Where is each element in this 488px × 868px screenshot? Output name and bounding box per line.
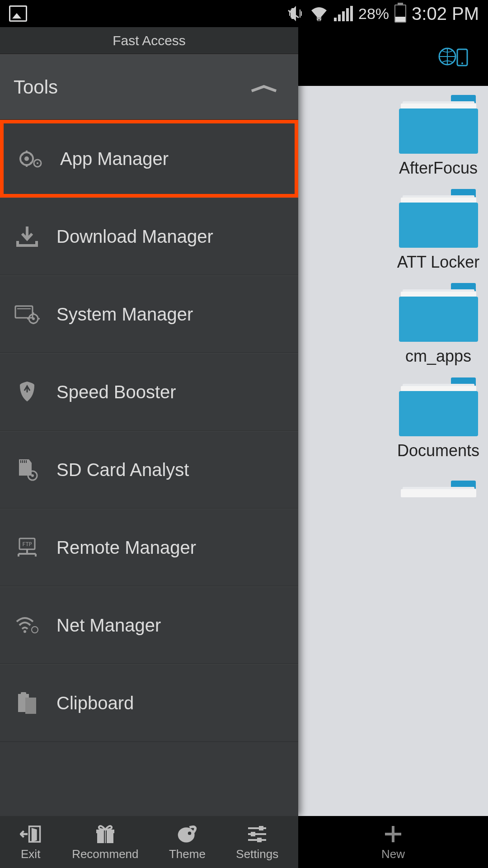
folder-icon	[399, 95, 478, 154]
menu-item-app-manager[interactable]: App Manager	[0, 120, 298, 198]
folder-icon	[399, 377, 478, 436]
battery-icon	[394, 5, 406, 23]
menu-label: Download Manager	[56, 226, 213, 247]
settings-button[interactable]: Settings	[236, 823, 278, 861]
button-label: Settings	[236, 847, 278, 861]
button-label: Theme	[169, 847, 206, 861]
battery-percent: 28%	[358, 5, 389, 23]
button-label: New	[381, 847, 405, 861]
menu-item-remote-manager[interactable]: FTP Remote Manager	[0, 509, 298, 586]
svg-rect-18	[25, 698, 36, 714]
menu-label: Remote Manager	[56, 538, 196, 558]
svg-text:FTP: FTP	[22, 541, 32, 547]
download-icon	[14, 223, 41, 250]
exit-button[interactable]: Exit	[20, 823, 42, 861]
new-button[interactable]: New	[381, 823, 405, 861]
drawer-title: Fast Access	[0, 27, 298, 54]
svg-rect-17	[21, 692, 26, 696]
clipboard-icon	[14, 689, 41, 717]
svg-point-15	[32, 627, 38, 633]
menu-label: SD Card Analyst	[56, 460, 189, 480]
status-time: 3:02 PM	[412, 4, 479, 24]
svg-point-2	[461, 62, 463, 64]
menu-item-sd-card-analyst[interactable]: SD Card Analyst	[0, 431, 298, 509]
vibrate-icon	[286, 6, 304, 21]
wifi-gear-icon	[14, 612, 41, 639]
fast-access-drawer: Fast Access Tools App Manager	[0, 27, 298, 816]
ftp-icon: FTP	[14, 534, 41, 561]
menu-item-speed-booster[interactable]: Speed Booster	[0, 353, 298, 431]
menu-item-download-manager[interactable]: Download Manager	[0, 198, 298, 275]
gear-app-icon	[17, 145, 44, 172]
svg-rect-25	[251, 832, 255, 836]
bottom-bar: Exit Recommend Theme	[0, 816, 488, 868]
svg-rect-26	[257, 838, 262, 842]
recommend-button[interactable]: Recommend	[72, 823, 138, 861]
folder-icon	[399, 283, 478, 342]
status-bar: 28% 3:02 PM	[0, 0, 488, 27]
signal-icon	[334, 6, 353, 21]
folder-icon	[399, 481, 478, 539]
gift-icon	[94, 823, 116, 845]
wifi-icon	[310, 6, 328, 21]
folder-att-locker[interactable]: ATT Locker	[389, 189, 488, 272]
menu-item-net-manager[interactable]: Net Manager	[0, 586, 298, 664]
menu-label: App Manager	[60, 149, 169, 169]
tools-section-header[interactable]: Tools	[0, 54, 298, 120]
plus-icon	[382, 823, 404, 845]
folder-documents[interactable]: Documents	[389, 377, 488, 460]
section-label: Tools	[14, 76, 58, 98]
system-icon	[14, 301, 41, 328]
svg-point-11	[31, 474, 34, 477]
svg-point-4	[24, 156, 29, 161]
svg-point-14	[23, 630, 26, 633]
menu-label: System Manager	[56, 304, 193, 325]
photo-indicator-icon	[9, 5, 27, 22]
svg-point-6	[37, 162, 38, 164]
menu-label: Speed Booster	[56, 382, 176, 402]
button-label: Exit	[21, 847, 40, 861]
button-label: Recommend	[72, 847, 138, 861]
sliders-icon	[246, 823, 268, 845]
menu-label: Clipboard	[56, 693, 134, 713]
sd-card-icon	[14, 456, 41, 483]
network-device-icon[interactable]	[438, 44, 470, 69]
svg-point-9	[32, 317, 35, 320]
folder-item[interactable]	[389, 472, 488, 544]
folder-icon	[399, 189, 478, 248]
menu-item-clipboard[interactable]: Clipboard	[0, 664, 298, 742]
folder-cm-apps[interactable]: cm_apps	[389, 283, 488, 366]
svg-point-23	[188, 831, 191, 835]
shield-icon	[14, 378, 41, 406]
menu-label: Net Manager	[56, 615, 161, 636]
menu-item-system-manager[interactable]: System Manager	[0, 275, 298, 353]
theme-button[interactable]: Theme	[169, 823, 206, 861]
folder-afterfocus[interactable]: AfterFocus	[389, 95, 488, 178]
exit-icon	[20, 823, 42, 845]
svg-rect-24	[259, 826, 263, 830]
palette-icon	[176, 823, 198, 845]
